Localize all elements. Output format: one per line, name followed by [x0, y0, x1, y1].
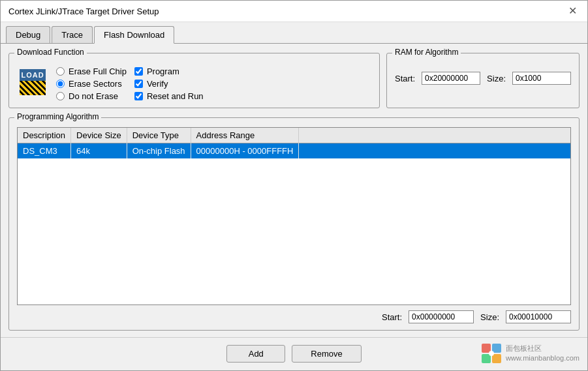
col-description: Description	[18, 128, 71, 143]
remove-button[interactable]: Remove	[292, 345, 361, 363]
cell-device-type: On-chip Flash	[127, 143, 191, 159]
cell-description: DS_CM3	[18, 143, 71, 159]
programming-algo-group: Programming Algorithm Description Device…	[8, 117, 580, 331]
title-bar: Cortex JLink/JTrace Target Driver Setup …	[1, 1, 587, 22]
col-device-size: Device Size	[71, 128, 127, 143]
radio-group: Erase Full Chip Erase Sectors Do not Era…	[56, 67, 127, 101]
cell-device-size: 64k	[71, 143, 127, 159]
ram-size-input[interactable]	[512, 72, 571, 85]
tab-bar: Debug Trace Flash Download	[1, 22, 587, 44]
ram-algorithm-group: RAM for Algorithm Start: Size:	[386, 53, 580, 108]
algo-table-wrap: Description Device Size Device Type Addr…	[17, 127, 571, 305]
svg-rect-0	[482, 344, 491, 353]
top-row: Download Function LOAD Erase Full Chip	[8, 50, 580, 108]
algo-table: Description Device Size Device Type Addr…	[18, 128, 570, 158]
radio-erase-sectors[interactable]: Erase Sectors	[56, 79, 127, 89]
radio-no-erase[interactable]: Do not Erase	[56, 91, 127, 101]
checkbox-verify[interactable]: Verify	[134, 79, 204, 89]
download-function-label: Download Function	[14, 48, 87, 57]
ram-size-label: Size:	[487, 74, 506, 83]
download-function-group: Download Function LOAD Erase Full Chip	[8, 53, 380, 108]
algo-size-label: Size:	[480, 312, 499, 322]
ram-inner: Start: Size:	[395, 72, 571, 85]
ram-start-label: Start:	[395, 74, 415, 83]
main-window: Cortex JLink/JTrace Target Driver Setup …	[0, 0, 588, 371]
watermark-area: 面包板社区 www.mianbanblog.com	[362, 343, 580, 364]
algo-start-label: Start:	[382, 312, 402, 322]
checkbox-group: Program Verify Reset and Run	[134, 67, 204, 101]
checkbox-reset-run[interactable]: Reset and Run	[134, 91, 204, 101]
load-icon: LOAD	[17, 67, 48, 98]
svg-rect-3	[492, 354, 501, 363]
add-button[interactable]: Add	[226, 345, 285, 363]
window-title: Cortex JLink/JTrace Target Driver Setup	[8, 7, 159, 16]
programming-algo-label: Programming Algorithm	[14, 112, 101, 121]
ram-start-input[interactable]	[422, 72, 480, 85]
algo-start-input[interactable]	[409, 310, 474, 323]
svg-rect-2	[482, 354, 491, 363]
content-area: Download Function LOAD Erase Full Chip	[1, 44, 587, 337]
svg-point-4	[489, 351, 494, 356]
btn-group: Add Remove	[226, 345, 361, 363]
cell-address-range: 00000000H - 0000FFFFH	[191, 143, 299, 159]
cell-extra	[299, 143, 570, 159]
svg-rect-1	[492, 344, 501, 353]
algo-size-input[interactable]	[506, 310, 571, 323]
col-address-range: Address Range	[191, 128, 299, 143]
watermark-text: 面包板社区 www.mianbanblog.com	[506, 344, 580, 364]
checkbox-program[interactable]: Program	[134, 67, 204, 76]
ram-algorithm-label: RAM for Algorithm	[392, 48, 461, 57]
col-device-type: Device Type	[127, 128, 191, 143]
df-inner: LOAD Erase Full Chip Erase Sectors	[17, 67, 371, 101]
tab-flash-download[interactable]: Flash Download	[94, 26, 174, 44]
table-row[interactable]: DS_CM3 64k On-chip Flash 00000000H - 000…	[18, 143, 570, 159]
algo-table-body: DS_CM3 64k On-chip Flash 00000000H - 000…	[18, 143, 570, 159]
tab-trace[interactable]: Trace	[52, 26, 93, 43]
algo-table-header: Description Device Size Device Type Addr…	[18, 128, 570, 143]
load-bottom-pattern	[20, 81, 46, 95]
tab-debug[interactable]: Debug	[6, 26, 50, 43]
col-extra	[299, 128, 570, 143]
load-top-text: LOAD	[20, 69, 46, 81]
close-button[interactable]: ✕	[566, 6, 580, 16]
watermark-icon	[481, 343, 502, 364]
algo-bottom: Start: Size:	[17, 310, 571, 323]
radio-erase-full[interactable]: Erase Full Chip	[56, 67, 127, 76]
bottom-bar: Add Remove 面包板社区 www.mianbanblog.com	[1, 337, 587, 370]
